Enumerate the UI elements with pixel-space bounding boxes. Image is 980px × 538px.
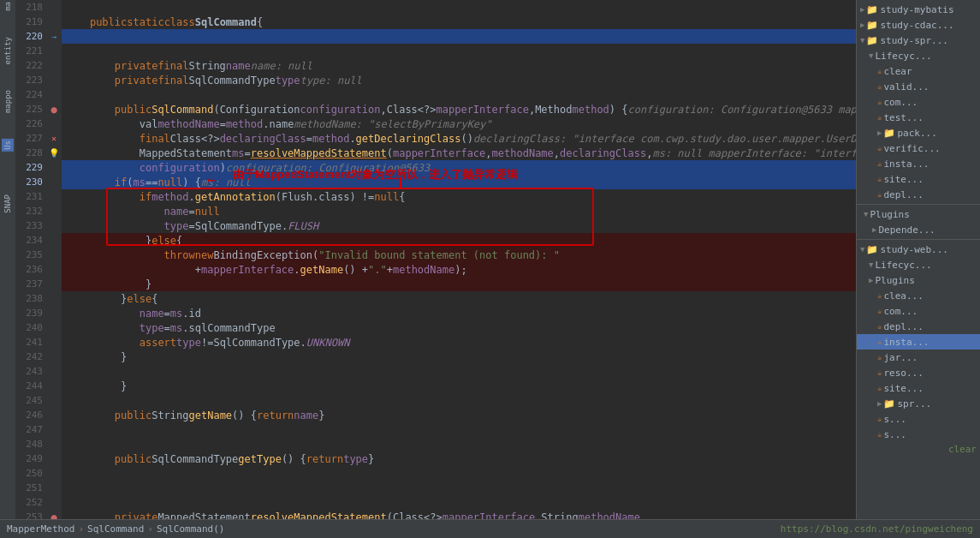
code-line[interactable] <box>62 0 856 15</box>
tree-item-depl2[interactable]: ☕ depl... <box>857 319 980 334</box>
gutter-icon-cell <box>46 408 62 422</box>
clear-button2[interactable]: clear <box>948 444 977 455</box>
code-line[interactable]: type = SqlCommandType.FLUSH <box>62 218 856 233</box>
gutter-icon-cell <box>46 350 62 364</box>
tree-item-spr[interactable]: ▶ 📁 spr... <box>857 396 980 411</box>
code-line[interactable] <box>62 422 856 437</box>
code-content-area[interactable]: public static class SqlCommand { private… <box>62 0 856 519</box>
tree-item-s1[interactable]: ☕ s... <box>857 411 980 427</box>
code-line[interactable]: public static class SqlCommand { <box>62 15 856 29</box>
tree-item-s2[interactable]: ☕ s... <box>857 427 980 442</box>
item-label: jar... <box>883 352 918 363</box>
tree-item-study-spr[interactable]: ▼ 📁 study-spr... <box>857 33 980 48</box>
code-line[interactable]: if (ms == null) { ms: null <box>62 175 856 189</box>
breadcrumb-sep1: › <box>78 523 84 535</box>
tree-item-plugins2[interactable]: ▶ Plugins <box>857 272 980 288</box>
tree-item-study-web[interactable]: ▼ 📁 study-web... <box>857 242 980 257</box>
tree-item-depende[interactable]: ▶ Depende... <box>857 222 980 237</box>
line-number: 224 <box>15 87 46 102</box>
code-line[interactable]: if method.getAnnotation(Flush.class) != … <box>62 189 856 204</box>
breadcrumb-sql-command-method: SqlCommand() <box>157 523 224 535</box>
code-line[interactable] <box>62 364 856 379</box>
tree-item-clea2[interactable]: ☕ clea... <box>857 288 980 303</box>
gutter-icon-cell <box>46 117 62 131</box>
code-line[interactable]: } else { <box>62 233 856 248</box>
gutter-icon-cell <box>46 262 62 277</box>
code-line[interactable]: private MappedStatement resolveMappedSta… <box>62 510 856 519</box>
gutter-icon-cell: ✕ <box>46 131 62 146</box>
mappo-label[interactable]: mappo <box>3 90 12 113</box>
snap-label[interactable]: SNAP <box>3 194 12 213</box>
tree-item-reso[interactable]: ☕ reso... <box>857 365 980 380</box>
code-line[interactable] <box>62 481 856 495</box>
item-label: reso... <box>883 368 923 379</box>
code-line[interactable] <box>62 29 856 44</box>
gutter-icon-cell <box>46 87 62 102</box>
tree-item-valid[interactable]: ☕ valid... <box>857 79 980 94</box>
code-line[interactable] <box>62 87 856 102</box>
error-icon: ✕ <box>51 134 56 143</box>
code-line[interactable]: configuration) configuration: Configurat… <box>62 160 856 175</box>
tree-item-lifecycle[interactable]: ▼ Lifecyc... <box>857 48 980 63</box>
code-line[interactable] <box>62 466 856 481</box>
code-line[interactable]: } <box>62 379 856 393</box>
tree-item-plugins[interactable]: ▼ Plugins <box>857 206 980 222</box>
item-label: Plugins <box>870 209 909 220</box>
line-number: 236 <box>15 262 46 277</box>
arrow-icon: ▶ <box>872 225 876 234</box>
code-editor-panel: 2182192202212222232242252262272282292302… <box>15 0 856 519</box>
entity-label[interactable]: entity <box>3 37 12 65</box>
code-line[interactable]: name = null <box>62 204 856 218</box>
tree-item-study-cdac[interactable]: ▶ 📁 study-cdac... <box>857 17 980 33</box>
arrow-icon: ▶ <box>869 276 873 284</box>
code-line[interactable]: name = ms.id <box>62 306 856 320</box>
tree-item-site[interactable]: ☕ site... <box>857 171 980 187</box>
tree-item-com2[interactable]: ☕ com... <box>857 303 980 319</box>
tree-item-test[interactable]: ☕ test... <box>857 110 980 125</box>
tree-item-site2[interactable]: ☕ site... <box>857 380 980 396</box>
line-number: 220 <box>15 29 46 44</box>
gutter-icon-cell <box>46 291 62 306</box>
code-line[interactable]: } <box>62 350 856 364</box>
tree-item-depl[interactable]: ☕ depl... <box>857 187 980 202</box>
tree-item-jar[interactable]: ☕ jar... <box>857 350 980 365</box>
gutter-icon-cell <box>46 160 62 175</box>
code-line[interactable]: MappedStatement ms = resolveMappedStatem… <box>62 146 856 160</box>
tree-item-lifecycle2[interactable]: ▼ Lifecyc... <box>857 257 980 272</box>
code-line[interactable] <box>62 437 856 451</box>
code-line[interactable]: public String getName() { return name } <box>62 408 856 422</box>
code-line[interactable]: private final SqlCommandType type type: … <box>62 73 856 87</box>
code-line[interactable]: + mapperInterface.getName() + "." + meth… <box>62 262 856 277</box>
project-tree[interactable]: ▶ 📁 study-mybatis ▶ 📁 study-cdac... ▼ 📁 … <box>857 0 980 519</box>
code-line[interactable]: type = ms.sqlCommandType <box>62 320 856 335</box>
code-line[interactable] <box>62 393 856 408</box>
tree-item-insta2[interactable]: ☕ insta... <box>857 334 980 350</box>
code-line[interactable]: private final String name name: null <box>62 58 856 73</box>
code-line[interactable]: throw new BindingException("Invalid boun… <box>62 248 856 262</box>
tree-item-clear[interactable]: ☕ clear <box>857 63 980 79</box>
line-number: 228 <box>15 146 46 160</box>
gutter-icon-cell: → <box>46 29 62 44</box>
tree-item-insta[interactable]: ☕ insta... <box>857 156 980 171</box>
tree-item-study-mybatis[interactable]: ▶ 📁 study-mybatis <box>857 2 980 17</box>
code-line[interactable]: public SqlCommand(Configuration configur… <box>62 102 856 117</box>
tree-item-pack[interactable]: ▶ 📁 pack... <box>857 125 980 140</box>
code-line[interactable] <box>62 495 856 510</box>
code-line[interactable]: assert type != SqlCommandType.UNKNOWN <box>62 335 856 350</box>
code-line[interactable]: } else { <box>62 291 856 306</box>
code-line[interactable]: final Class<?> declaringClass = method.g… <box>62 131 856 146</box>
code-line[interactable] <box>62 44 856 58</box>
code-line[interactable]: val methodName = method.name methodName:… <box>62 117 856 131</box>
tree-item-verific[interactable]: ☕ verific... <box>857 140 980 156</box>
code-line[interactable]: public SqlCommandType getType() { return… <box>62 451 856 466</box>
line-number: 252 <box>15 495 46 510</box>
code-line[interactable]: } <box>62 277 856 291</box>
ma-label[interactable]: ma <box>3 2 12 11</box>
us-label[interactable]: Us <box>2 139 14 152</box>
java-icon: ☕ <box>877 98 882 106</box>
tree-item-com[interactable]: ☕ com... <box>857 94 980 110</box>
item-label: s... <box>883 414 906 425</box>
line-number: 251 <box>15 481 46 495</box>
gutter-icon-cell <box>46 451 62 466</box>
line-number: 230 <box>15 175 46 189</box>
